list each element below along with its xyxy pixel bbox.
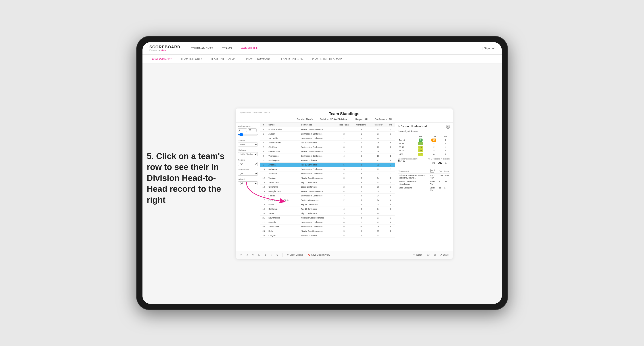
max-rounds-input[interactable] xyxy=(248,128,257,132)
h2h-th-range xyxy=(398,135,414,138)
cell-rds: 27 xyxy=(370,132,386,136)
division-select[interactable]: NCAA Division I xyxy=(238,152,258,156)
tournament-name: Arizona Thunderbirds Intercollegiate xyxy=(398,180,430,186)
th-school: School xyxy=(267,123,300,127)
table-row[interactable]: 6 Florida State Atlantic Coast Conferenc… xyxy=(260,149,395,154)
cell-win: 1 xyxy=(386,229,395,233)
filter-conference-label: Conference xyxy=(238,169,258,171)
cell-reg-rank: 3 xyxy=(336,176,352,180)
view-original-btn[interactable]: 👁 View: Original xyxy=(286,253,305,257)
grid-btn[interactable]: ⊞ xyxy=(432,253,437,257)
cell-conf-rank: 9 xyxy=(352,198,370,202)
time-btn[interactable]: ⏱ xyxy=(275,253,280,257)
table-row[interactable]: 21 New Mexico Mountain West Conference 1… xyxy=(260,216,395,220)
cell-conf-rank: 9 xyxy=(352,229,370,233)
h2h-loss-51100: 3 xyxy=(427,149,440,153)
sec-nav-player-summary[interactable]: PLAYER SUMMARY xyxy=(245,55,272,63)
sec-nav-team-h2h-grid[interactable]: TEAM H2H GRID xyxy=(180,55,202,63)
cell-reg-rank: 2 xyxy=(336,136,352,141)
table-row[interactable]: 7 Tennessee Southeastern Conference 4 6 … xyxy=(260,154,395,158)
tournament-score: -17 xyxy=(444,180,450,186)
cell-school: Washington xyxy=(267,158,300,163)
cell-conf-rank: 7 xyxy=(352,233,370,238)
filter-region: Region N/A xyxy=(238,159,258,166)
cell-rank: 2 xyxy=(260,132,267,136)
rounds-slider[interactable] xyxy=(238,133,258,136)
table-row[interactable]: 22 Georgia Southeastern Conference 8 7 2… xyxy=(260,220,395,224)
bookmark-icon: 🔖 xyxy=(308,254,310,256)
table-row[interactable]: 12 Virginia Atlantic Coast Conference 3 … xyxy=(260,176,395,180)
table-row[interactable]: 20 Texas Big 12 Conference 3 7 20 0 xyxy=(260,211,395,216)
nav-committee[interactable]: COMMITTEE xyxy=(241,46,258,50)
table-row[interactable]: 19 California Pac-12 Conference 4 8 24 2 xyxy=(260,207,395,211)
table-row[interactable]: 24 Duke Atlantic Coast Conference 5 9 27… xyxy=(260,229,395,233)
paste-btn[interactable]: ⧉ xyxy=(264,253,268,257)
sec-nav-team-summary[interactable]: TEAM SUMMARY xyxy=(150,55,173,63)
cell-win: 2 xyxy=(386,207,395,211)
cell-reg-rank: 5 xyxy=(336,229,352,233)
division-meta: Division: NCAA Division I xyxy=(320,118,348,121)
comment-btn[interactable]: 💬 xyxy=(426,253,431,257)
step-back-btn[interactable]: ◁ xyxy=(245,253,249,257)
table-row[interactable]: 3 Vanderbilt Southeastern Conference 2 8… xyxy=(260,136,395,141)
gender-select[interactable]: Men's xyxy=(238,143,258,147)
table-row[interactable]: 1 North Carolina Atlantic Coast Conferen… xyxy=(260,127,395,132)
region-select[interactable]: N/A xyxy=(238,162,258,166)
h2h-tie-51100: 0 xyxy=(441,149,450,153)
share-btn[interactable]: ↗ Share xyxy=(439,253,450,257)
cell-school: Alabama xyxy=(267,167,300,172)
cell-conf-rank: 6 xyxy=(352,141,370,145)
cell-rank: 11 xyxy=(260,172,267,176)
cell-win: 2 xyxy=(386,172,395,176)
th-conf-rank: Conf Rank xyxy=(352,123,370,127)
table-row[interactable]: 25 Oregon Pac-12 Conference 5 7 21 0 xyxy=(260,233,395,238)
copy-btn[interactable]: ❐ xyxy=(257,253,262,257)
gender-meta: Gender: Men's xyxy=(297,118,313,121)
table-row[interactable]: 11 Arkansas Southeastern Conference 6 8 … xyxy=(260,172,395,176)
sec-nav-player-h2h-heatmap[interactable]: PLAYER H2H HEATMAP xyxy=(311,55,343,63)
cell-school: Duke xyxy=(267,229,300,233)
arrow-btn[interactable]: ↓ xyxy=(270,253,273,257)
sec-nav-player-h2h-grid[interactable]: PLAYER H2H GRID xyxy=(278,55,304,63)
cell-rds: 21 xyxy=(370,233,386,238)
cell-win: 1 xyxy=(386,154,395,158)
view-original-label: View: Original xyxy=(290,254,304,256)
region-meta: Region: All xyxy=(355,118,368,121)
tablet-shell: SCOREBOARD Powered by clippd TOURNAMENTS… xyxy=(136,36,508,310)
sign-out-btn[interactable]: Sign out xyxy=(484,47,495,50)
nav-tournaments[interactable]: TOURNAMENTS xyxy=(191,47,213,50)
cell-conference: Big 12 Conference xyxy=(300,211,336,216)
min-rounds-input[interactable] xyxy=(238,128,247,132)
table-row[interactable]: 23 Texas A&M Southeastern Conference 9 1… xyxy=(260,224,395,229)
h2h-range-1125: 11-25 xyxy=(398,142,414,145)
cell-school: Tennessee xyxy=(267,154,300,158)
undo-btn[interactable]: ↩ xyxy=(238,253,243,257)
sign-out-area: | Sign out xyxy=(482,47,495,50)
cell-reg-rank: 5 xyxy=(336,167,352,172)
table-row[interactable]: 2 Auburn Southeastern Conference 2 1 27 … xyxy=(260,132,395,136)
sec-nav-team-h2h-heatmap[interactable]: TEAM H2H HEATMAP xyxy=(210,55,238,63)
th-score: Score xyxy=(444,169,450,174)
watch-btn[interactable]: 👁 Watch xyxy=(412,253,424,257)
cell-conf-rank: 9 xyxy=(352,202,370,207)
cell-win: 1 xyxy=(386,220,395,224)
table-row[interactable]: 8 Washington Pac-12 Conference 2 8 23 1 xyxy=(260,158,395,163)
redo-btn[interactable]: ↪ xyxy=(251,253,255,257)
table-row[interactable]: 10 Alabama Southeastern Conference 5 8 2… xyxy=(260,167,395,172)
table-row[interactable]: 4 Arizona State Pac-12 Conference 4 6 26… xyxy=(260,141,395,145)
cell-conf-rank: 6 xyxy=(352,154,370,158)
h2h-loss-top10: 13 xyxy=(427,138,440,142)
cell-reg-rank: 5 xyxy=(336,163,352,167)
cell-reg-rank: 6 xyxy=(336,172,352,176)
h2h-tie-top10: 0 xyxy=(441,138,450,142)
table-row[interactable]: 9 Arizona Pac-12 Conference 5 8 22 3 xyxy=(260,163,395,167)
table-row[interactable]: 5 Ole Miss Southeastern Conference 3 6 1… xyxy=(260,145,395,149)
update-time: Update time: 27/03/2024 16:56:26 xyxy=(240,112,270,114)
cell-conference: Southeastern Conference xyxy=(300,145,336,149)
nav-teams[interactable]: TEAMS xyxy=(222,47,232,50)
cell-conf-rank: 8 xyxy=(352,207,370,211)
cell-rank: 8 xyxy=(260,158,267,163)
save-custom-btn[interactable]: 🔖 Save Custom View xyxy=(306,253,331,257)
close-division-btn[interactable]: ✕ xyxy=(446,125,450,129)
conference-select[interactable]: (All) xyxy=(238,172,258,176)
